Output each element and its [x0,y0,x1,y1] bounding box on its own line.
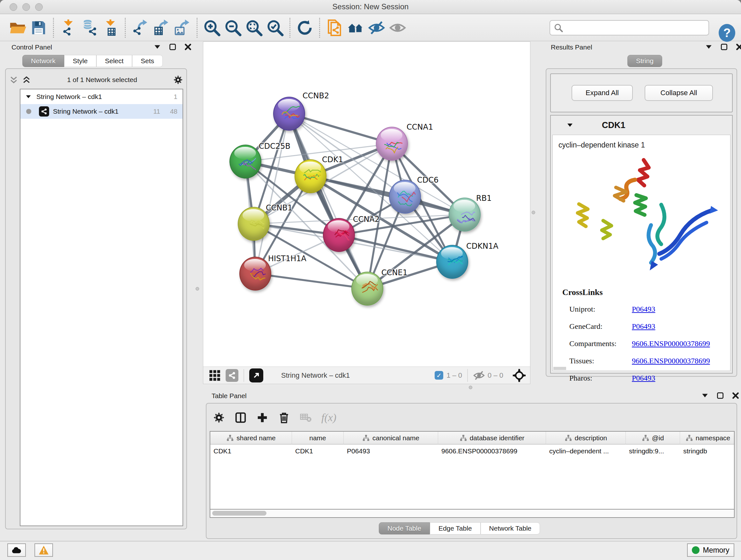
table-cell[interactable]: 9606.ENSP00000378699 [438,444,546,458]
tab-string[interactable]: String [627,55,662,67]
column-header-canonical-name[interactable]: canonical name [344,432,438,444]
left-splitter-handle[interactable] [196,287,199,291]
hide-selected-icon[interactable] [366,18,387,38]
import-network-icon[interactable] [58,18,79,38]
table-cell[interactable]: stringdb [680,444,735,458]
panel-menu-icon[interactable] [701,391,709,400]
network-edge[interactable] [255,114,289,273]
show-columns-icon[interactable] [234,412,247,424]
tab-network[interactable]: Network [22,55,64,67]
panel-menu-icon[interactable] [153,43,161,51]
gene-symbol: CDK1 [602,120,625,130]
column-header-database-identifier[interactable]: database identifier [438,432,546,444]
table-cell[interactable]: P06493 [344,444,438,458]
import-table-icon[interactable] [100,18,121,38]
crosslink-link[interactable]: P06493 [632,374,655,382]
memory-button[interactable]: Memory [687,543,734,557]
network-node-rb1[interactable] [449,198,481,232]
table-cell[interactable]: cyclin–dependent ... [546,444,626,458]
show-all-icon[interactable] [387,18,408,38]
crosslink-link[interactable]: 9606.ENSP00000378699 [632,357,710,365]
network-row[interactable]: String Network – cdk1 11 48 [20,104,183,119]
table-horizontal-scrollbar[interactable] [210,509,735,518]
duplicate-network-icon[interactable] [324,18,345,38]
network-canvas[interactable]: CCNB2CCNA1CDC25BCDK1CDC6RB1CCNB1CCNA2CDK… [203,42,531,367]
tab-edge-table[interactable]: Edge Table [430,522,481,535]
gene-section-collapse-icon[interactable] [566,121,574,129]
expand-all-networks-icon[interactable] [22,75,31,84]
network-node-cdk1[interactable] [294,159,327,193]
panel-close-icon[interactable] [731,391,740,400]
cloud-status-button[interactable] [7,543,26,557]
column-header-shared-name[interactable]: shared name [210,432,292,444]
network-node-ccna2[interactable] [323,218,355,252]
network-node-ccna1[interactable] [376,127,408,161]
zoom-selected-icon[interactable] [265,18,286,38]
add-column-icon[interactable] [256,412,268,424]
panel-float-icon[interactable] [169,43,177,51]
table-cell[interactable]: CDK1 [210,444,292,458]
network-node-cdc6[interactable] [389,180,421,213]
column-header--id[interactable]: @id [626,432,680,444]
network-node-ccne1[interactable] [351,272,383,306]
tab-network-table[interactable]: Network Table [481,522,540,535]
network-node-ccnb2[interactable] [273,97,305,131]
home-views-icon[interactable] [345,18,366,38]
crosslink-link[interactable]: P06493 [632,322,655,331]
birds-eye-view-icon[interactable] [512,368,526,382]
selected-checkbox-icon[interactable]: ✓ [434,371,443,380]
search-input[interactable] [563,23,700,32]
export-table-icon[interactable] [151,18,172,38]
network-edge[interactable] [311,176,465,214]
expand-all-button[interactable]: Expand All [571,85,633,101]
grid-view-icon[interactable] [208,369,221,382]
network-node-cdkn1a[interactable] [436,245,468,279]
refresh-icon[interactable] [294,18,315,38]
network-options-gear-icon[interactable] [173,75,183,85]
tab-style[interactable]: Style [64,55,96,67]
column-header-name[interactable]: name [292,432,344,444]
import-network-database-icon[interactable] [79,18,100,38]
toolbar-search[interactable] [549,20,709,36]
panel-menu-icon[interactable] [704,43,713,51]
collapse-all-networks-icon[interactable] [9,75,18,84]
panel-close-icon[interactable] [184,43,192,51]
delete-column-icon[interactable] [278,412,290,424]
panel-float-icon[interactable] [720,43,728,51]
crosslink-link[interactable]: P06493 [632,305,655,314]
collapse-all-button[interactable]: Collapse All [645,85,713,101]
panel-close-icon[interactable] [735,43,741,51]
tab-node-table[interactable]: Node Table [379,522,430,535]
network-edge[interactable] [255,273,367,289]
tab-sets[interactable]: Sets [132,55,163,67]
save-session-icon[interactable] [28,18,49,38]
export-network-icon[interactable] [130,18,151,38]
warnings-button[interactable] [35,543,53,557]
export-image-icon[interactable] [172,18,193,38]
network-list: String Network – cdk1 1 String Network –… [20,89,183,526]
network-collection-row[interactable]: String Network – cdk1 1 [20,89,183,104]
bottom-splitter-handle[interactable] [469,386,472,389]
zoom-out-icon[interactable] [222,18,244,38]
right-splitter-handle[interactable] [532,211,535,214]
scrollbar-thumb[interactable] [212,511,266,516]
tab-select[interactable]: Select [96,55,132,67]
table-cell[interactable]: CDK1 [292,444,344,458]
network-node-ccnb1[interactable] [238,207,270,241]
column-header-namespace[interactable]: namespace [680,432,735,444]
zoom-in-icon[interactable] [201,18,222,38]
panel-float-icon[interactable] [716,391,724,400]
open-in-window-icon[interactable] [249,368,263,382]
network-share-view-icon[interactable] [226,369,239,382]
zoom-fit-icon[interactable] [244,18,265,38]
column-header-description[interactable]: description [546,432,626,444]
table-cell[interactable]: stringdb:9... [626,444,680,458]
mini-scrollbar-thumb[interactable] [553,367,566,370]
help-button[interactable]: ? [719,24,735,42]
table-options-gear-icon[interactable] [213,412,225,424]
crosslink-link[interactable]: 9606.ENSP00000378699 [632,339,710,348]
network-node-hist1h1a[interactable] [239,257,271,291]
network-node-cdc25b[interactable] [229,145,261,179]
open-session-icon[interactable] [7,18,28,38]
collection-expand-icon[interactable] [25,93,32,100]
